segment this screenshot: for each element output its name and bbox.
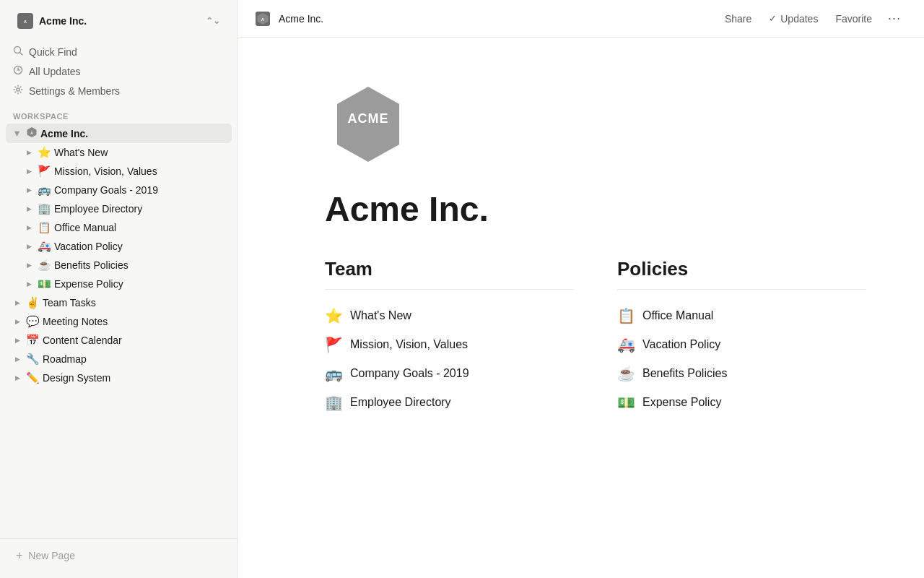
building-icon: 🏢	[38, 202, 51, 215]
link-expense-text: Expense Policy	[642, 396, 721, 409]
gear-icon	[13, 85, 23, 97]
chevron-down-icon: ▶	[12, 128, 23, 139]
topbar-logo: A	[256, 12, 270, 26]
link-mission[interactable]: 🚩 Mission, Vision, Values	[325, 330, 574, 359]
workspace-name: Acme Inc.	[39, 15, 87, 27]
flag-emoji: 🚩	[325, 336, 343, 353]
quick-find-label: Quick Find	[29, 46, 77, 58]
page-title: Acme Inc.	[325, 191, 866, 229]
svg-text:A: A	[30, 131, 33, 135]
chevron-right-icon: ▶	[12, 335, 23, 346]
sidebar-item-content-calendar[interactable]: ▶ 📅 Content Calendar	[6, 331, 232, 350]
sidebar-item-roadmap[interactable]: ▶ 🔧 Roadmap	[6, 350, 232, 368]
sidebar-nav: Quick Find All Updates Settings & Member…	[0, 39, 237, 103]
acme-logo-icon: A	[26, 126, 38, 140]
workspace-section-label: WORKSPACE	[0, 103, 237, 124]
link-mission-text: Mission, Vision, Values	[350, 338, 468, 351]
chevron-right-icon: ▶	[12, 316, 23, 327]
clipboard-icon: 📋	[38, 221, 51, 234]
chevron-right-icon: ▶	[12, 297, 23, 309]
office-manual-label: Office Manual	[54, 222, 116, 233]
topbar-title: Acme Inc.	[279, 13, 323, 25]
sidebar: A Acme Inc. ⌃⌄ Quick Find	[0, 0, 238, 578]
chevron-right-icon: ▶	[12, 353, 23, 365]
sidebar-item-vacation-policy[interactable]: ▶ 🚑 Vacation Policy	[6, 237, 232, 256]
content-calendar-label: Content Calendar	[43, 335, 122, 346]
quick-find-item[interactable]: Quick Find	[6, 42, 232, 61]
chevron-right-icon: ▶	[23, 203, 35, 215]
building-emoji: 🏢	[325, 394, 343, 411]
bus-emoji: 🚌	[325, 365, 343, 382]
money-icon: 💵	[38, 277, 51, 290]
main-panel: A Acme Inc. Share ✓ Updates Favorite ···	[238, 0, 924, 578]
whats-new-label: What's New	[54, 147, 108, 158]
chevron-right-icon: ▶	[23, 241, 35, 252]
chevron-right-icon: ▶	[23, 278, 35, 290]
sidebar-item-acme[interactable]: ▶ A Acme Inc.	[6, 124, 232, 143]
chevron-right-icon: ▶	[23, 184, 35, 196]
bus-icon: 🚌	[38, 184, 51, 197]
coffee-emoji: ☕	[617, 365, 635, 382]
link-company-goals[interactable]: 🚌 Company Goals - 2019	[325, 359, 574, 388]
settings-label: Settings & Members	[29, 85, 120, 97]
design-system-label: Design System	[43, 372, 110, 384]
link-vacation-policy-text: Vacation Policy	[642, 338, 720, 351]
team-tasks-label: Team Tasks	[43, 297, 96, 309]
vacation-policy-label: Vacation Policy	[54, 241, 123, 252]
sidebar-item-expense[interactable]: ▶ 💵 Expense Policy	[6, 275, 232, 293]
link-expense[interactable]: 💵 Expense Policy	[617, 388, 866, 417]
mission-label: Mission, Vision, Values	[54, 165, 157, 177]
expense-label: Expense Policy	[54, 278, 123, 290]
svg-text:A: A	[24, 20, 27, 24]
clock-icon	[13, 65, 23, 77]
updates-label: Updates	[780, 13, 818, 25]
sidebar-item-employee-dir[interactable]: ▶ 🏢 Employee Directory	[6, 199, 232, 218]
sidebar-tree: ▶ A Acme Inc. ▶ ⭐ What's New ▶ 🚩 Mission…	[0, 124, 237, 538]
sidebar-item-team-tasks[interactable]: ▶ ✌️ Team Tasks	[6, 293, 232, 312]
more-options-button[interactable]: ···	[882, 7, 907, 30]
pencil-icon: ✏️	[26, 371, 40, 384]
sidebar-item-benefits[interactable]: ▶ ☕ Benefits Policies	[6, 256, 232, 275]
updates-button[interactable]: ✓ Updates	[762, 9, 825, 28]
settings-item[interactable]: Settings & Members	[6, 81, 232, 100]
svg-text:ACME: ACME	[348, 111, 389, 126]
team-column-title: Team	[325, 258, 574, 290]
flag-icon: 🚩	[38, 165, 51, 178]
sidebar-header: A Acme Inc. ⌃⌄	[0, 0, 237, 39]
more-icon: ···	[888, 11, 901, 26]
workspace-title[interactable]: A Acme Inc. ⌃⌄	[10, 9, 227, 33]
ambulance-emoji: 🚑	[617, 336, 635, 353]
link-whats-new[interactable]: ⭐ What's New	[325, 301, 574, 330]
clipboard-emoji: 📋	[617, 307, 635, 324]
chevron-right-icon: ▶	[23, 165, 35, 177]
link-benefits-text: Benefits Policies	[642, 367, 727, 380]
favorite-label: Favorite	[835, 13, 872, 25]
link-office-manual-text: Office Manual	[642, 309, 713, 322]
link-employee-dir[interactable]: 🏢 Employee Directory	[325, 388, 574, 417]
svg-point-4	[17, 88, 19, 91]
sidebar-item-office-manual[interactable]: ▶ 📋 Office Manual	[6, 218, 232, 237]
employee-dir-label: Employee Directory	[54, 203, 142, 215]
new-page-button[interactable]: + New Page	[9, 545, 229, 566]
ambulance-icon: 🚑	[38, 240, 51, 253]
chevron-right-icon: ▶	[23, 222, 35, 233]
link-office-manual[interactable]: 📋 Office Manual	[617, 301, 866, 330]
plus-icon: +	[16, 549, 22, 562]
top-bar: A Acme Inc. Share ✓ Updates Favorite ···	[238, 0, 924, 38]
sidebar-item-meeting-notes[interactable]: ▶ 💬 Meeting Notes	[6, 312, 232, 331]
sidebar-item-mission[interactable]: ▶ 🚩 Mission, Vision, Values	[6, 162, 232, 181]
link-benefits[interactable]: ☕ Benefits Policies	[617, 359, 866, 388]
share-button[interactable]: Share	[718, 9, 759, 28]
all-updates-item[interactable]: All Updates	[6, 61, 232, 81]
calendar-icon: 📅	[26, 334, 40, 347]
sidebar-item-design-system[interactable]: ▶ ✏️ Design System	[6, 368, 232, 387]
sidebar-item-whats-new[interactable]: ▶ ⭐ What's New	[6, 143, 232, 162]
benefits-label: Benefits Policies	[54, 259, 128, 271]
favorite-button[interactable]: Favorite	[828, 9, 879, 28]
link-employee-dir-text: Employee Directory	[350, 396, 451, 409]
workspace-logo: A	[17, 13, 33, 29]
check-icon: ✓	[769, 13, 777, 24]
link-vacation-policy[interactable]: 🚑 Vacation Policy	[617, 330, 866, 359]
sidebar-item-company-goals[interactable]: ▶ 🚌 Company Goals - 2019	[6, 181, 232, 199]
svg-text:A: A	[261, 17, 265, 22]
